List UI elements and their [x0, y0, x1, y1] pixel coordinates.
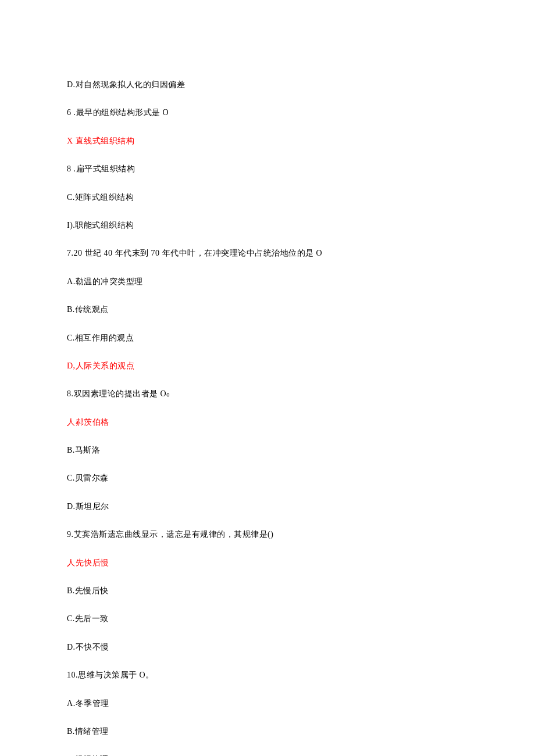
text-line: 8 .扁平式组织结构 — [67, 163, 468, 175]
text-line: C.组织管理 — [67, 753, 468, 756]
text-line: B.先慢后快 — [67, 585, 468, 597]
text-line: 6 .最早的组织结构形式是 O — [67, 106, 468, 119]
text-line: Λ.勒温的冲突类型理 — [67, 275, 468, 288]
text-line: Λ.冬季管理 — [67, 697, 468, 710]
text-line: C.相互作用的观点 — [67, 332, 468, 345]
text-line: C.矩阵式组织结构 — [67, 191, 468, 204]
answer-line: X 直线式组织结构 — [67, 135, 468, 148]
text-line: 8.双因素理论的提出者是 O₀ — [67, 388, 468, 400]
text-line: I).职能式组织结构 — [67, 219, 468, 232]
answer-line: 人先快后慢 — [67, 557, 468, 569]
text-line: D.不快不慢 — [67, 641, 468, 654]
text-line: 10.思维与决策属于 O。 — [67, 669, 468, 682]
document-body: D.对自然现象拟人化的归因偏差6 .最早的组织结构形式是 OX 直线式组织结构8… — [67, 78, 468, 756]
text-line: 7.20 世纪 40 年代末到 70 年代中叶，在冲突理论中占统治地位的是 O — [67, 247, 468, 260]
text-line: D.斯坦尼尔 — [67, 500, 468, 513]
answer-line: 人郝茨伯格 — [67, 416, 468, 429]
text-line: C.先后一致 — [67, 612, 468, 625]
text-line: B.马斯洛 — [67, 444, 468, 457]
answer-line: D,人际关系的观点 — [67, 360, 468, 372]
text-line: 9.艾宾浩斯遗忘曲线显示，遗忘是有规律的，其规律是() — [67, 528, 468, 541]
text-line: B.传统观点 — [67, 303, 468, 316]
text-line: D.对自然现象拟人化的归因偏差 — [67, 78, 468, 91]
text-line: C.贝雷尔森 — [67, 472, 468, 485]
text-line: B.情绪管理 — [67, 725, 468, 738]
